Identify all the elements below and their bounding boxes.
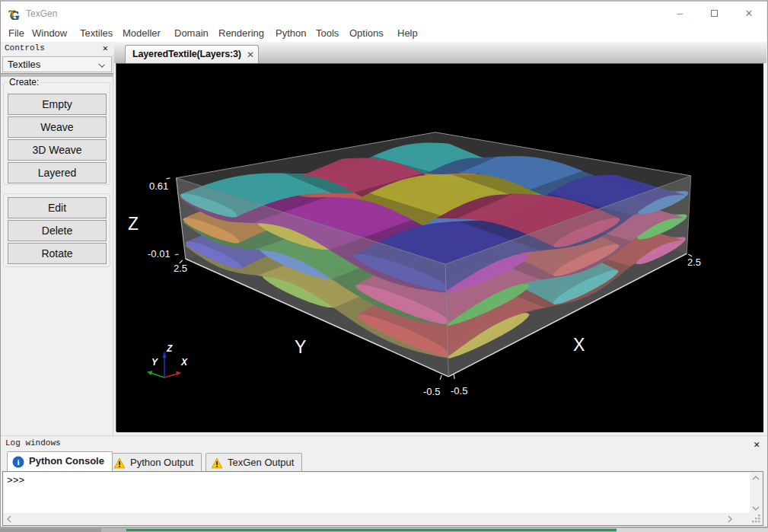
svg-text:i: i — [17, 457, 19, 467]
svg-text:X: X — [180, 357, 188, 368]
svg-text:Y: Y — [151, 357, 158, 368]
svg-text:T: T — [9, 8, 16, 19]
svg-text:-0.5: -0.5 — [423, 386, 440, 397]
svg-text:2.5: 2.5 — [174, 263, 187, 274]
svg-text:X: X — [573, 335, 585, 355]
svg-text:Z: Z — [128, 214, 139, 234]
svg-text:-0.01: -0.01 — [148, 248, 170, 260]
svg-text:Z: Z — [166, 343, 173, 354]
svg-text:0.61: 0.61 — [149, 180, 168, 192]
svg-text:2.5: 2.5 — [687, 256, 701, 268]
svg-text:Y: Y — [295, 337, 306, 357]
svg-text:-0.5: -0.5 — [451, 385, 467, 397]
